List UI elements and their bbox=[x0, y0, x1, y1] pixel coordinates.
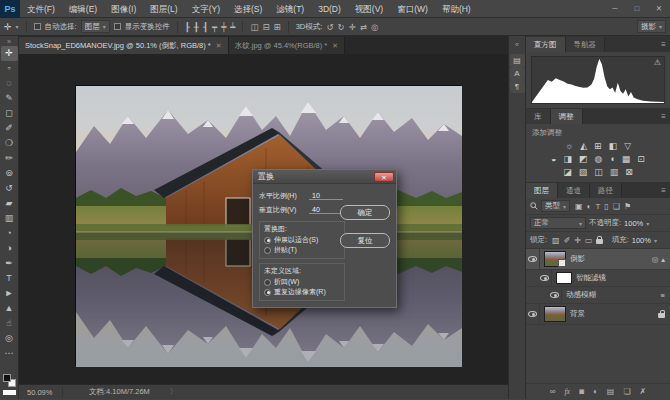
radio-option[interactable]: 伸展以适合(S) bbox=[264, 235, 340, 245]
expand-tools-button[interactable]: » bbox=[1, 37, 18, 46]
3d-drag-icon[interactable]: ✛ bbox=[349, 22, 356, 32]
document-tab[interactable]: 水纹.jpg @ 45.4%(RGB/8) * ✕ bbox=[229, 37, 346, 54]
panel-menu-icon[interactable]: ≡ bbox=[661, 37, 670, 52]
workspace-dropdown[interactable]: 摄影 ▾ bbox=[637, 20, 666, 33]
clone-stamp-tool[interactable]: ⊚ bbox=[1, 166, 18, 181]
lasso-tool[interactable]: ◌ bbox=[1, 76, 18, 91]
radio-selected-icon[interactable] bbox=[264, 289, 271, 296]
add-layer-mask-icon[interactable]: ◙ bbox=[579, 387, 584, 396]
move-tool-icon[interactable]: ✛ bbox=[4, 22, 12, 32]
close-icon[interactable]: ✕ bbox=[216, 42, 222, 50]
lock-artboard-icon[interactable]: ▭ bbox=[585, 236, 593, 245]
foreground-color-swatch[interactable] bbox=[3, 374, 11, 382]
tab-histogram[interactable]: 直方图 bbox=[526, 37, 566, 52]
brightness-contrast-icon[interactable]: ☼ bbox=[565, 141, 573, 151]
radio-selected-icon[interactable] bbox=[264, 237, 271, 244]
layer-thumbnail-smart-object[interactable] bbox=[544, 251, 566, 267]
3d-slide-icon[interactable]: ⇄ bbox=[360, 22, 367, 32]
visibility-cell[interactable] bbox=[538, 270, 552, 286]
color-balance-icon[interactable]: ◨ bbox=[564, 154, 573, 164]
new-group-icon[interactable]: ▤ bbox=[607, 387, 615, 396]
smart-filters-row[interactable]: 智能滤镜 bbox=[526, 270, 670, 287]
pen-tool[interactable]: ✒ bbox=[1, 256, 18, 271]
zoom-tool[interactable]: ◎ bbox=[1, 331, 18, 346]
maximize-button[interactable]: □ bbox=[626, 0, 648, 18]
curves-icon[interactable]: ⊞ bbox=[594, 141, 602, 151]
chevron-down-icon[interactable]: ▾ bbox=[654, 237, 657, 244]
blur-tool[interactable]: ◔ bbox=[1, 226, 18, 241]
layer-name[interactable]: 倒影 bbox=[570, 254, 585, 264]
status-options-arrow[interactable]: 〉 bbox=[170, 387, 178, 397]
smart-filters-label[interactable]: 智能滤镜 bbox=[576, 273, 606, 283]
layer-row-background[interactable]: 背景 bbox=[526, 304, 670, 325]
menu-item-threed[interactable]: 3D(D) bbox=[311, 0, 348, 18]
align-bottom-edges-icon[interactable]: ┷ bbox=[230, 22, 235, 32]
hand-tool[interactable]: ☝ bbox=[1, 316, 18, 331]
radio-icon[interactable] bbox=[264, 279, 271, 286]
tab-channels[interactable]: 通道 bbox=[558, 183, 590, 198]
horizontal-type-tool[interactable]: T bbox=[1, 271, 18, 286]
menu-item-image[interactable]: 图像(I) bbox=[104, 0, 143, 18]
layer-row-daoying[interactable]: 倒影 ◎ ▴ bbox=[526, 249, 670, 270]
blend-mode-dropdown[interactable]: 正常 ▾ bbox=[530, 217, 586, 229]
align-right-edges-icon[interactable]: ┨ bbox=[203, 22, 208, 32]
dialog-close-button[interactable]: ✕ bbox=[374, 172, 394, 182]
lock-position-icon[interactable]: ✛ bbox=[574, 236, 581, 245]
ok-button[interactable]: 确定 bbox=[340, 205, 390, 220]
cached-data-warning-icon[interactable]: ⚠ bbox=[654, 58, 661, 67]
history-brush-tool[interactable]: ↺ bbox=[1, 181, 18, 196]
menu-item-filter[interactable]: 滤镜(T) bbox=[269, 0, 311, 18]
panel-menu-icon[interactable]: ≡ bbox=[661, 183, 670, 198]
layer-style-icon[interactable]: fx bbox=[564, 387, 570, 396]
radio-option[interactable]: 折回(W) bbox=[264, 277, 340, 287]
link-layers-icon[interactable]: ∞ bbox=[550, 387, 556, 396]
align-top-edges-icon[interactable]: ┯ bbox=[212, 22, 217, 32]
lock-all-icon[interactable] bbox=[596, 239, 603, 244]
shape-tool[interactable]: ▲ bbox=[1, 301, 18, 316]
visibility-cell[interactable] bbox=[526, 304, 540, 324]
brush-tool[interactable]: ✏ bbox=[1, 151, 18, 166]
auto-select-dropdown[interactable]: 图层 ▾ bbox=[81, 20, 110, 33]
color-lookup-icon[interactable]: ▦ bbox=[622, 154, 631, 164]
horizontal-scale-input[interactable]: 10 bbox=[309, 192, 343, 200]
crop-tool[interactable]: ◻ bbox=[1, 106, 18, 121]
photo-filter-icon[interactable]: ◍ bbox=[595, 154, 603, 164]
delete-layer-icon[interactable]: ✗ bbox=[640, 387, 647, 396]
chevron-down-icon[interactable]: ▾ bbox=[646, 220, 649, 227]
distribute-horizontal-icon[interactable]: ◫ bbox=[250, 22, 258, 32]
distribute-spacing-icon[interactable]: ⊞ bbox=[274, 22, 281, 32]
3d-roll-icon[interactable]: ↻ bbox=[338, 22, 345, 32]
motion-blur-filter-row[interactable]: 动感模糊 ≡ bbox=[526, 287, 670, 304]
layer-thumbnail[interactable] bbox=[544, 306, 566, 322]
layer-name[interactable]: 背景 bbox=[570, 309, 585, 319]
collapse-smart-filters-icon[interactable]: ▴ bbox=[661, 255, 665, 264]
filter-blending-options-icon[interactable]: ≡ bbox=[661, 291, 665, 300]
gradient-map-icon[interactable]: ▥ bbox=[610, 167, 619, 177]
invert-icon[interactable]: ◪ bbox=[563, 167, 572, 177]
channel-mixer-icon[interactable]: ◖ bbox=[609, 154, 614, 164]
close-button[interactable]: ✕ bbox=[648, 0, 670, 18]
dialog-title-bar[interactable]: 置换 ✕ bbox=[253, 170, 396, 184]
vibrance-icon[interactable]: ▽ bbox=[624, 141, 631, 151]
filter-shape-layers-icon[interactable]: ▯ bbox=[604, 202, 608, 211]
menu-item-layer[interactable]: 图层(L) bbox=[143, 0, 184, 18]
radio-option[interactable]: 拼贴(T) bbox=[264, 245, 340, 255]
radio-option[interactable]: 重复边缘像素(R) bbox=[264, 287, 340, 297]
opacity-value[interactable]: 100% bbox=[624, 219, 643, 228]
spot-healing-brush-tool[interactable]: ❍ bbox=[1, 136, 18, 151]
lock-transparent-pixels-icon[interactable]: ▨ bbox=[552, 236, 560, 245]
distribute-vertical-icon[interactable]: ⊟ bbox=[262, 22, 269, 32]
color-swatches[interactable] bbox=[3, 374, 16, 387]
menu-item-type[interactable]: 文字(Y) bbox=[185, 0, 227, 18]
layer-filtering-toggle[interactable]: ⚑ bbox=[624, 202, 631, 211]
dodge-tool[interactable]: ◑ bbox=[1, 241, 18, 256]
new-layer-icon[interactable]: ❏ bbox=[623, 387, 630, 396]
visibility-cell[interactable] bbox=[548, 287, 562, 303]
tab-libraries[interactable]: 库 bbox=[526, 109, 551, 124]
move-tool[interactable]: ✛ bbox=[1, 46, 18, 61]
menu-item-file[interactable]: 文件(F) bbox=[20, 0, 62, 18]
menu-item-help[interactable]: 帮助(H) bbox=[435, 0, 478, 18]
close-icon[interactable]: ✕ bbox=[332, 42, 338, 50]
paragraph-panel-icon[interactable]: ¶ bbox=[510, 80, 525, 93]
gradient-tool[interactable]: ▥ bbox=[1, 211, 18, 226]
